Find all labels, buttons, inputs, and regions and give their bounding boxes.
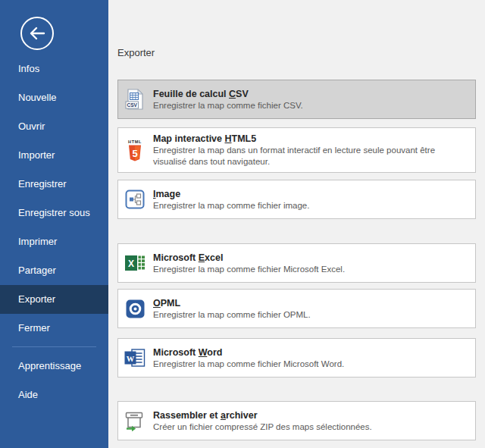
export-option-html5[interactable]: HTML 5 Map interactive HTML5 Enregistrer… (117, 127, 476, 173)
html5-icon: HTML 5 (124, 139, 146, 161)
backstage-sidebar: Infos Nouvelle Ouvrir Importer Enregistr… (0, 0, 108, 448)
svg-text:W: W (127, 355, 135, 363)
export-option-opml[interactable]: OPML Enregistrer la map comme fichier OP… (117, 289, 476, 328)
export-option-csv[interactable]: CSV Feuille de calcul CSV Enregistrer la… (117, 80, 476, 119)
export-option-description: Enregistrer la map dans un format intera… (153, 145, 468, 168)
export-option-word[interactable]: W Microsoft Word Enregistrer la map comm… (117, 338, 476, 378)
opml-icon (124, 299, 146, 318)
image-map-icon (124, 190, 146, 209)
svg-text:CSV: CSV (127, 102, 137, 108)
export-panel: Exporter CSV Feuille de calcul CSV Enreg… (108, 0, 485, 448)
sidebar-item-enregistrer-sous[interactable]: Enregistrer sous (0, 199, 108, 227)
export-option-description: Créer un fichier compressé ZIP des maps … (153, 421, 372, 433)
sidebar-divider (12, 346, 96, 347)
sidebar-item-aide[interactable]: Aide (0, 381, 108, 409)
sidebar-item-exporter[interactable]: Exporter (0, 285, 108, 314)
back-button[interactable] (19, 15, 55, 52)
export-option-title: OPML (153, 297, 311, 309)
export-option-title: Microsoft Excel (153, 252, 345, 264)
export-option-description: Enregistrer la map comme fichier Microso… (153, 359, 344, 370)
export-option-image[interactable]: Image Enregistrer la map comme fichier i… (117, 180, 476, 219)
sidebar-item-imprimer[interactable]: Imprimer (0, 227, 108, 256)
svg-text:X: X (128, 258, 134, 269)
sidebar-item-fermer[interactable]: Fermer (0, 314, 108, 343)
sidebar-item-nouvelle[interactable]: Nouvelle (0, 83, 108, 112)
sidebar-item-importer[interactable]: Importer (0, 141, 108, 170)
word-icon: W (124, 348, 146, 368)
export-option-description: Enregistrer la map comme fichier image. (153, 200, 309, 211)
export-option-title: Rassembler et archiver (153, 409, 372, 421)
export-option-description: Enregistrer la map comme fichier CSV. (153, 100, 303, 111)
archive-icon (124, 411, 146, 431)
export-option-description: Enregistrer la map comme fichier Microso… (153, 264, 345, 275)
page-title: Exporter (117, 47, 476, 59)
export-option-title: Map interactive HTML5 (153, 133, 468, 145)
csv-file-icon: CSV (124, 89, 146, 110)
export-option-excel[interactable]: X Microsoft Excel Enregistrer la map com… (117, 243, 476, 283)
excel-icon: X (124, 253, 146, 273)
export-option-description: Enregistrer la map comme fichier OPML. (153, 309, 311, 321)
back-arrow-icon (19, 15, 55, 52)
svg-text:5: 5 (132, 148, 137, 159)
sidebar-item-enregistrer[interactable]: Enregistrer (0, 170, 108, 199)
export-option-title: Image (153, 188, 309, 200)
sidebar-item-partager[interactable]: Partager (0, 256, 108, 285)
sidebar-nav: Infos Nouvelle Ouvrir Importer Enregistr… (0, 55, 108, 409)
sidebar-item-infos[interactable]: Infos (0, 55, 108, 83)
export-option-title: Microsoft Word (153, 346, 344, 359)
sidebar-item-apprentissage[interactable]: Apprentissage (0, 352, 108, 381)
svg-text:HTML: HTML (128, 139, 142, 144)
export-option-title: Feuille de calcul CSV (153, 88, 303, 100)
sidebar-item-ouvrir[interactable]: Ouvrir (0, 112, 108, 141)
export-option-archive[interactable]: Rassembler et archiver Créer un fichier … (117, 401, 476, 440)
